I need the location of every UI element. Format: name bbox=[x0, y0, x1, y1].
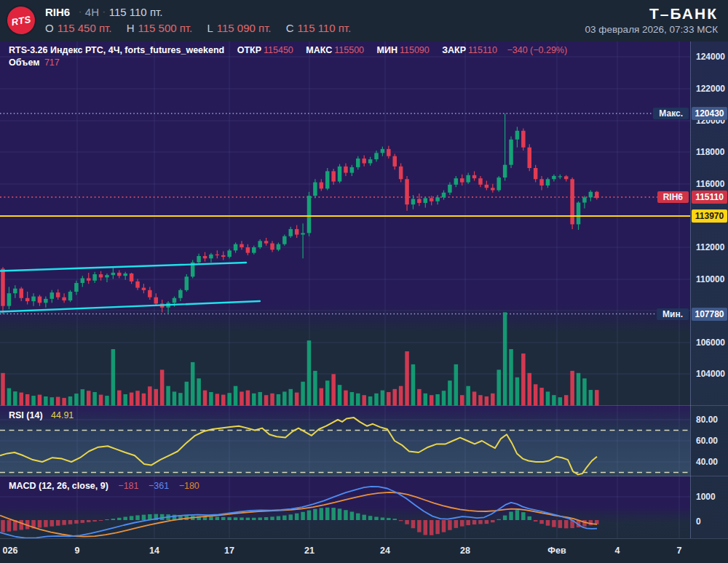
symbol-label: RIH6 bbox=[45, 6, 70, 18]
time-tick-label: 28 bbox=[460, 546, 470, 556]
pane-divider[interactable] bbox=[0, 405, 728, 406]
time-tick-label: 026 bbox=[3, 546, 18, 556]
rsi-tick-label: 80.00 bbox=[696, 415, 718, 425]
high-value: 115 500 пт. bbox=[138, 22, 192, 34]
macd-pane-canvas[interactable] bbox=[0, 476, 690, 538]
price-tick-label: 106000 bbox=[696, 338, 725, 348]
price-tick-label: 110000 bbox=[696, 274, 724, 284]
price-tick-label: 104000 bbox=[696, 369, 725, 379]
macd-tick-label: 0 bbox=[696, 516, 701, 527]
time-tick-label: Фев bbox=[547, 546, 566, 556]
time-tick-label: 4 bbox=[615, 546, 620, 556]
price-tick-label: 124000 bbox=[696, 52, 725, 62]
rts-logo: RTS bbox=[5, 4, 37, 36]
timeframe-label: 4H bbox=[85, 6, 99, 18]
dot-separator: · bbox=[79, 7, 82, 16]
open-value: 115 450 пт. bbox=[58, 22, 112, 34]
bank-logo: Т–БАНК bbox=[649, 5, 718, 23]
pane-divider[interactable] bbox=[0, 476, 728, 476]
last-price-chip: 115110 bbox=[692, 191, 727, 204]
close-key: C bbox=[286, 22, 294, 34]
open-key: O bbox=[45, 22, 54, 34]
price-tick-label: 118000 bbox=[696, 147, 724, 157]
time-axis[interactable]: 02691417212428Фев47 bbox=[0, 538, 728, 563]
low-value: 115 090 пт. bbox=[217, 22, 272, 34]
time-tick-label: 14 bbox=[149, 546, 159, 556]
instrument-title-row: RIH6·4H·115 110 пт. bbox=[45, 6, 162, 18]
max-price-chip: 120430 bbox=[692, 107, 727, 120]
high-key: H bbox=[127, 22, 135, 34]
time-tick-label: 9 bbox=[75, 546, 80, 556]
rsi-tick-label: 60.00 bbox=[696, 436, 718, 446]
low-key: L bbox=[207, 22, 213, 34]
price-tick-label: 116000 bbox=[696, 179, 724, 189]
alert-price-chip: 113970 bbox=[692, 209, 727, 223]
rsi-pane-canvas[interactable] bbox=[0, 406, 690, 476]
time-tick-label: 21 bbox=[304, 546, 314, 556]
time-tick-label: 7 bbox=[677, 546, 682, 556]
rsi-tick-label: 40.00 bbox=[696, 457, 718, 467]
price-tick-label: 112000 bbox=[696, 242, 724, 252]
header-bar: RTS RIH6·4H·115 110 пт. O115 450 пт. H11… bbox=[0, 0, 728, 41]
price-tick-label: 122000 bbox=[696, 84, 725, 94]
min-price-chip: 107780 bbox=[692, 308, 727, 321]
close-value: 115 110 пт. bbox=[298, 22, 352, 34]
datetime-label: 03 февраля 2026, 07:33 МСК bbox=[585, 24, 718, 35]
rts-logo-text: RTS bbox=[10, 13, 31, 28]
rsi-band bbox=[0, 431, 690, 473]
macd-tick-label: 1000 bbox=[696, 492, 716, 502]
price-pane-canvas[interactable] bbox=[0, 41, 690, 406]
last-price-label: 115 110 пт. bbox=[109, 6, 163, 18]
ohlc-row: O115 450 пт. H115 500 пт. L115 090 пт. C… bbox=[45, 22, 363, 34]
price-axis[interactable]: 1240001220001200001180001160001120001100… bbox=[690, 41, 728, 538]
time-tick-label: 24 bbox=[380, 546, 390, 556]
time-tick-label: 17 bbox=[224, 546, 234, 556]
dot-separator: · bbox=[103, 7, 106, 16]
trading-terminal: { "header": { "logo_text": "RTS", "symbo… bbox=[0, 0, 728, 563]
